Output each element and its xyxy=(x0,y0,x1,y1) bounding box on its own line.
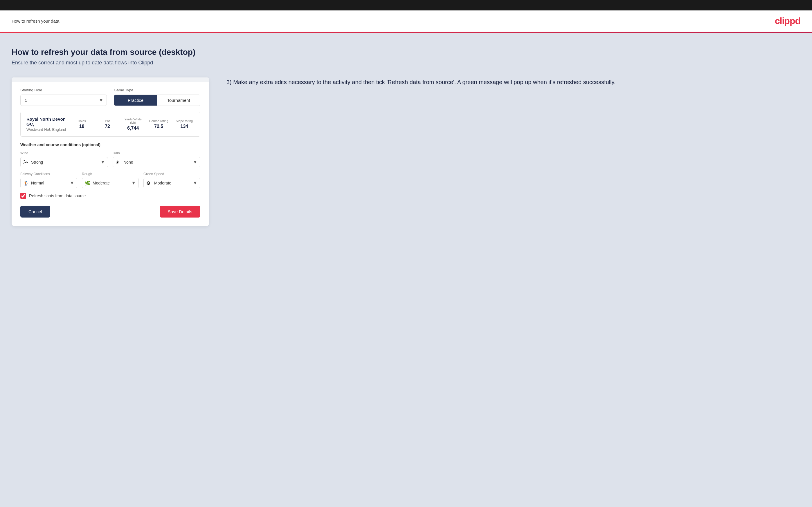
refresh-checkbox[interactable] xyxy=(20,193,26,199)
rain-group: Rain ☀ None Light Heavy ▼ xyxy=(113,151,200,167)
starting-hole-label: Starting Hole xyxy=(20,88,107,92)
rain-wrapper: ☀ None Light Heavy ▼ xyxy=(113,157,200,167)
game-type-buttons: Practice Tournament xyxy=(114,95,200,106)
header-title: How to refresh your data xyxy=(12,18,59,23)
wind-label: Wind xyxy=(20,151,108,155)
green-speed-wrapper: ⚙ Moderate Fast Slow ▼ xyxy=(143,178,200,188)
course-rating-value: 72.5 xyxy=(149,124,168,129)
tournament-button[interactable]: Tournament xyxy=(157,95,200,106)
rough-label: Rough xyxy=(82,172,139,176)
par-label: Par xyxy=(98,119,117,123)
green-speed-select[interactable]: Moderate Fast Slow xyxy=(143,178,200,188)
rough-select[interactable]: Moderate Light Heavy xyxy=(82,178,139,188)
rough-wrapper: 🌿 Moderate Light Heavy ▼ xyxy=(82,178,139,188)
course-rating-stat: Course rating 72.5 xyxy=(149,119,168,129)
form-card: Starting Hole 1 10 ▼ Game Type Practice … xyxy=(12,77,209,226)
course-holes-stat: Holes 18 xyxy=(72,119,92,129)
conditions-row-1: Wind 🌬 Strong Light None ▼ Rain ☀ xyxy=(20,151,200,167)
starting-hole-group: Starting Hole 1 10 ▼ xyxy=(20,88,107,106)
slope-rating-label: Slope rating xyxy=(174,119,194,123)
course-yards-stat: Yards/White (M)) 6,744 xyxy=(123,117,143,131)
form-row-top: Starting Hole 1 10 ▼ Game Type Practice … xyxy=(20,88,200,106)
rain-select[interactable]: None Light Heavy xyxy=(113,157,200,167)
par-value: 72 xyxy=(98,124,117,129)
wind-wrapper: 🌬 Strong Light None ▼ xyxy=(20,157,108,167)
side-description-text: 3) Make any extra edits necessary to the… xyxy=(226,77,800,87)
save-button[interactable]: Save Details xyxy=(160,206,200,218)
top-bar xyxy=(0,0,812,10)
game-type-group: Game Type Practice Tournament xyxy=(114,88,200,106)
logo: clippd xyxy=(775,16,800,26)
main-content: How to refresh your data from source (de… xyxy=(0,33,812,507)
fairway-group: Fairway Conditions 🏌 Normal Firm Soft ▼ xyxy=(20,172,77,188)
course-name-block: Royal North Devon GC, Westward Ho!, Engl… xyxy=(27,117,66,132)
course-name: Royal North Devon GC, xyxy=(27,117,66,126)
rough-group: Rough 🌿 Moderate Light Heavy ▼ xyxy=(82,172,139,188)
holes-value: 18 xyxy=(72,124,92,129)
refresh-checkbox-label: Refresh shots from data source xyxy=(29,193,86,198)
wind-group: Wind 🌬 Strong Light None ▼ xyxy=(20,151,108,167)
header: How to refresh your data clippd xyxy=(0,10,812,32)
conditions-row-2: Fairway Conditions 🏌 Normal Firm Soft ▼ … xyxy=(20,172,200,188)
page-subtitle: Ensure the correct and most up to date d… xyxy=(12,60,800,66)
slope-rating-stat: Slope rating 134 xyxy=(174,119,194,129)
course-rating-label: Course rating xyxy=(149,119,168,123)
green-speed-group: Green Speed ⚙ Moderate Fast Slow ▼ xyxy=(143,172,200,188)
yards-value: 6,744 xyxy=(123,126,143,131)
rain-label: Rain xyxy=(113,151,200,155)
starting-hole-wrapper: 1 10 ▼ xyxy=(20,95,107,106)
cancel-button[interactable]: Cancel xyxy=(20,206,50,218)
starting-hole-select[interactable]: 1 10 xyxy=(20,95,107,106)
conditions-title: Weather and course conditions (optional) xyxy=(20,143,200,147)
form-actions: Cancel Save Details xyxy=(20,206,200,218)
slope-rating-value: 134 xyxy=(174,124,194,129)
page-heading: How to refresh your data from source (de… xyxy=(12,48,800,57)
form-top-strip xyxy=(12,77,209,82)
practice-button[interactable]: Practice xyxy=(114,95,157,106)
fairway-wrapper: 🏌 Normal Firm Soft ▼ xyxy=(20,178,77,188)
side-description: 3) Make any extra edits necessary to the… xyxy=(226,77,800,87)
course-info: Royal North Devon GC, Westward Ho!, Engl… xyxy=(20,112,200,136)
course-par-stat: Par 72 xyxy=(98,119,117,129)
fairway-label: Fairway Conditions xyxy=(20,172,77,176)
refresh-checkbox-row: Refresh shots from data source xyxy=(20,193,200,199)
yards-label: Yards/White (M)) xyxy=(123,117,143,124)
wind-select[interactable]: Strong Light None xyxy=(20,157,108,167)
fairway-select[interactable]: Normal Firm Soft xyxy=(20,178,77,188)
game-type-label: Game Type xyxy=(114,88,200,92)
content-row: Starting Hole 1 10 ▼ Game Type Practice … xyxy=(12,77,800,226)
green-speed-label: Green Speed xyxy=(143,172,200,176)
holes-label: Holes xyxy=(72,119,92,123)
course-location: Westward Ho!, England xyxy=(27,127,66,132)
